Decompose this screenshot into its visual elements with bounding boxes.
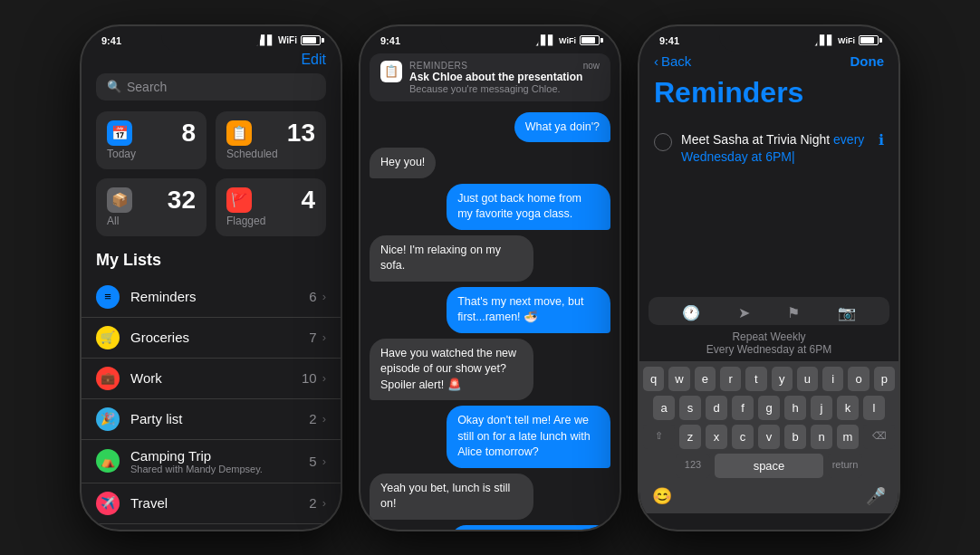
list-count-reminders: 6 <box>309 289 316 304</box>
key-w[interactable]: w <box>668 367 689 391</box>
list-item-camping[interactable]: ⛺ Camping Trip Shared with Mandy Dempsey… <box>82 440 341 483</box>
phones-container: 9:41 ▋▋▋ WiFi Edit 🔍 Search 📅 8 Today <box>80 24 900 531</box>
notif-app-label: REMINDERS <box>409 61 468 71</box>
list-item-party[interactable]: 🎉 Party list 2 › <box>82 399 341 440</box>
edit-button[interactable]: Edit <box>301 52 326 68</box>
list-item-groceries[interactable]: 🛒 Groceries 7 › <box>82 318 341 359</box>
key-c[interactable]: c <box>732 425 754 449</box>
phone1-status-bar: 9:41 ▋▋▋ WiFi <box>82 26 341 50</box>
list-name-reminders: Reminders <box>130 289 309 304</box>
mic-keyboard-button[interactable]: 🎤 <box>866 486 886 506</box>
reminder-circle <box>654 133 672 151</box>
stat-card-all[interactable]: 📦 32 All <box>96 178 207 236</box>
all-label: All <box>107 215 196 227</box>
camera-toolbar-button[interactable]: 📷 <box>838 304 856 321</box>
info-button[interactable]: ℹ <box>879 131 884 148</box>
key-u[interactable]: u <box>797 367 818 391</box>
emoji-button[interactable]: 😊 <box>652 486 672 506</box>
chevron-icon: › <box>322 496 326 510</box>
key-q[interactable]: q <box>643 367 664 391</box>
numbers-key[interactable]: 123 <box>676 454 710 478</box>
key-y[interactable]: y <box>772 367 793 391</box>
clock-toolbar-button[interactable]: 🕐 <box>682 304 700 321</box>
notif-title: Ask Chloe about the presentation <box>409 71 600 83</box>
return-key[interactable]: return <box>828 454 862 478</box>
phone2-status-icons: ▋▋▋ WiFi <box>533 35 600 45</box>
chevron-icon: › <box>322 371 326 385</box>
back-button[interactable]: ‹ Back <box>654 53 691 69</box>
repeat-label: Repeat Weekly Every Wednesday at 6PM <box>639 329 898 361</box>
key-m[interactable]: m <box>837 425 859 449</box>
message-2: Hey you! <box>370 148 436 178</box>
reminder-text[interactable]: Meet Sasha at Trivia Night every Wednesd… <box>681 131 870 167</box>
key-s[interactable]: s <box>679 396 701 420</box>
flagged-label: Flagged <box>226 215 315 227</box>
list-count-travel: 2 <box>309 495 316 511</box>
notif-body: Because you're messaging Chloe. <box>409 83 600 94</box>
key-a[interactable]: a <box>653 396 675 420</box>
key-v[interactable]: v <box>758 425 780 449</box>
key-n[interactable]: n <box>811 425 832 449</box>
search-bar[interactable]: 🔍 Search <box>96 73 326 100</box>
key-z[interactable]: z <box>679 425 701 449</box>
key-o[interactable]: o <box>848 367 869 391</box>
chevron-icon: › <box>322 455 326 468</box>
keyboard: q w e r t y u i o p a s d f g h <box>639 361 898 513</box>
space-key[interactable]: space <box>715 454 823 478</box>
list-name-party: Party list <box>130 411 309 426</box>
phone3-time: 9:41 <box>659 35 679 46</box>
list-item-travel[interactable]: ✈️ Travel 2 › <box>82 483 341 524</box>
key-r[interactable]: r <box>720 367 741 391</box>
list-item-work[interactable]: 💼 Work 10 › <box>82 359 341 399</box>
phone3: 9:41 ▋▋▋ WiFi ‹ Back Done Reminders Meet… <box>638 24 900 531</box>
key-e[interactable]: e <box>695 367 716 391</box>
list-sub-camping: Shared with Mandy Dempsey. <box>130 464 309 474</box>
scheduled-count: 13 <box>287 120 315 146</box>
key-i[interactable]: i <box>822 367 843 391</box>
flagged-icon: 🚩 <box>226 187 252 213</box>
search-icon: 🔍 <box>107 80 121 93</box>
stat-card-flagged[interactable]: 🚩 4 Flagged <box>216 178 326 236</box>
phone1-header: Edit <box>82 50 341 73</box>
phone1: 9:41 ▋▋▋ WiFi Edit 🔍 Search 📅 8 Today <box>80 24 342 531</box>
key-x[interactable]: x <box>706 425 727 449</box>
key-t[interactable]: t <box>745 367 766 391</box>
stat-card-scheduled[interactable]: 📋 13 Scheduled <box>216 111 326 169</box>
phone3-status-bar: 9:41 ▋▋▋ WiFi <box>639 26 898 50</box>
location-toolbar-button[interactable]: ➤ <box>738 304 750 321</box>
key-k[interactable]: k <box>837 396 859 420</box>
groceries-dot: 🛒 <box>96 326 120 349</box>
key-d[interactable]: d <box>706 396 727 420</box>
shift-key[interactable]: ⇧ <box>643 425 675 449</box>
key-h[interactable]: h <box>784 396 806 420</box>
work-dot: 💼 <box>96 367 120 390</box>
phone3-header: ‹ Back Done <box>639 50 898 76</box>
list-item-reminders[interactable]: ≡ Reminders 6 › <box>82 277 341 318</box>
done-button[interactable]: Done <box>850 53 885 69</box>
list-count-work: 10 <box>302 370 317 386</box>
add-list-button[interactable]: Add List <box>82 524 341 531</box>
list-name-camping: Camping Trip <box>130 448 309 464</box>
key-b[interactable]: b <box>784 425 806 449</box>
list-name-travel: Travel <box>130 495 309 511</box>
reminders-dot: ≡ <box>96 285 120 309</box>
chevron-icon: › <box>322 330 326 344</box>
battery-icon <box>859 35 879 45</box>
search-placeholder: Search <box>127 80 167 94</box>
notification-banner[interactable]: 📋 REMINDERS now Ask Chloe about the pres… <box>370 53 610 101</box>
key-l[interactable]: l <box>863 396 885 420</box>
notif-time: now <box>583 61 600 71</box>
key-p[interactable]: p <box>874 367 895 391</box>
keyboard-section: 🕐 ➤ ⚑ 📷 Repeat Weekly Every Wednesday at… <box>639 297 898 513</box>
today-label: Today <box>107 148 196 160</box>
list-count-camping: 5 <box>309 454 316 469</box>
key-j[interactable]: j <box>811 396 832 420</box>
stat-card-today[interactable]: 📅 8 Today <box>96 111 207 169</box>
phone1-time: 9:41 <box>101 35 121 46</box>
keyboard-bottom-row: 😊 🎤 <box>643 483 895 510</box>
delete-key[interactable]: ⌫ <box>863 425 895 449</box>
key-g[interactable]: g <box>758 396 780 420</box>
key-f[interactable]: f <box>732 396 754 420</box>
flag-toolbar-button[interactable]: ⚑ <box>787 304 800 321</box>
message-4: Nice! I'm relaxing on my sofa. <box>370 235 533 282</box>
